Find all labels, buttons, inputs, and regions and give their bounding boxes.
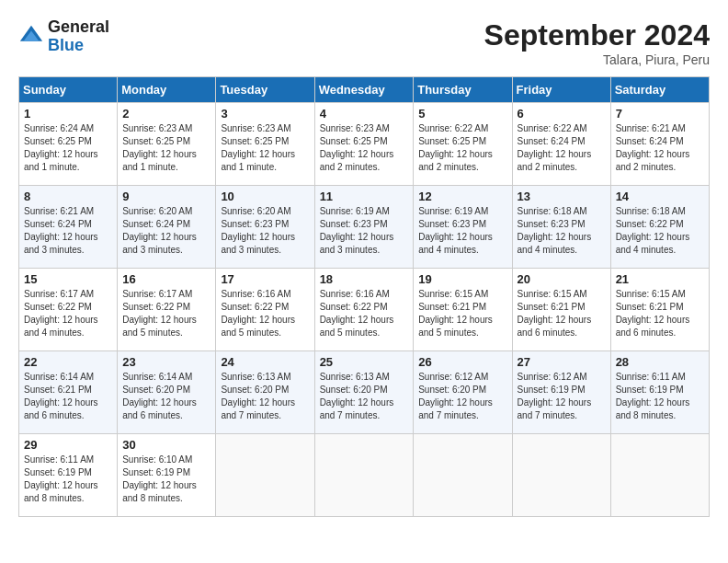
logo-text: General Blue — [48, 18, 109, 55]
day-number: 15 — [24, 272, 112, 286]
day-number: 9 — [122, 190, 210, 203]
day-number: 5 — [418, 107, 506, 121]
day-number: 22 — [24, 355, 112, 369]
day-info: Sunrise: 6:16 AMSunset: 6:22 PMDaylight:… — [320, 288, 409, 339]
title-block: September 2024 Talara, Piura, Peru — [484, 18, 710, 67]
day-info: Sunrise: 6:17 AMSunset: 6:22 PMDaylight:… — [24, 288, 112, 339]
day-number: 10 — [221, 190, 309, 203]
location-subtitle: Talara, Piura, Peru — [484, 52, 710, 67]
day-number: 20 — [518, 272, 606, 286]
calendar-cell: 4Sunrise: 6:23 AMSunset: 6:25 PMDaylight… — [314, 103, 414, 186]
calendar-week-row: 8Sunrise: 6:21 AMSunset: 6:24 PMDaylight… — [19, 186, 710, 269]
day-number: 14 — [616, 190, 704, 203]
day-info: Sunrise: 6:17 AMSunset: 6:22 PMDaylight:… — [122, 288, 210, 339]
day-info: Sunrise: 6:19 AMSunset: 6:23 PMDaylight:… — [418, 205, 506, 257]
day-number: 26 — [418, 355, 506, 369]
calendar-cell: 15Sunrise: 6:17 AMSunset: 6:22 PMDayligh… — [19, 269, 118, 351]
calendar-cell: 29Sunrise: 6:11 AMSunset: 6:19 PMDayligh… — [19, 434, 118, 517]
day-info: Sunrise: 6:11 AMSunset: 6:19 PMDaylight:… — [616, 371, 704, 422]
day-info: Sunrise: 6:13 AMSunset: 6:20 PMDaylight:… — [221, 371, 309, 422]
day-number: 3 — [221, 107, 309, 121]
calendar-cell: 3Sunrise: 6:23 AMSunset: 6:25 PMDaylight… — [216, 103, 314, 186]
calendar-cell: 27Sunrise: 6:12 AMSunset: 6:19 PMDayligh… — [512, 351, 610, 434]
day-info: Sunrise: 6:24 AMSunset: 6:25 PMDaylight:… — [24, 122, 112, 174]
day-number: 13 — [518, 190, 606, 203]
calendar-cell: 16Sunrise: 6:17 AMSunset: 6:22 PMDayligh… — [118, 269, 216, 351]
calendar-cell — [512, 434, 610, 517]
calendar-cell: 26Sunrise: 6:12 AMSunset: 6:20 PMDayligh… — [414, 351, 512, 434]
day-number: 21 — [616, 272, 704, 286]
calendar-cell: 18Sunrise: 6:16 AMSunset: 6:22 PMDayligh… — [314, 269, 414, 351]
calendar-week-row: 29Sunrise: 6:11 AMSunset: 6:19 PMDayligh… — [19, 434, 710, 517]
day-number: 25 — [320, 355, 409, 369]
day-info: Sunrise: 6:22 AMSunset: 6:25 PMDaylight:… — [418, 122, 506, 174]
calendar-cell: 8Sunrise: 6:21 AMSunset: 6:24 PMDaylight… — [19, 186, 118, 269]
day-number: 12 — [418, 190, 506, 203]
logo: General Blue — [18, 18, 109, 55]
day-info: Sunrise: 6:14 AMSunset: 6:20 PMDaylight:… — [122, 371, 210, 422]
logo-icon — [18, 24, 44, 50]
calendar-cell: 17Sunrise: 6:16 AMSunset: 6:22 PMDayligh… — [216, 269, 314, 351]
day-info: Sunrise: 6:15 AMSunset: 6:21 PMDaylight:… — [616, 288, 704, 339]
calendar-cell: 28Sunrise: 6:11 AMSunset: 6:19 PMDayligh… — [610, 351, 709, 434]
day-info: Sunrise: 6:15 AMSunset: 6:21 PMDaylight:… — [418, 288, 506, 339]
day-number: 23 — [122, 355, 210, 369]
day-info: Sunrise: 6:21 AMSunset: 6:24 PMDaylight:… — [24, 205, 112, 257]
header-monday: Monday — [118, 77, 216, 103]
day-info: Sunrise: 6:21 AMSunset: 6:24 PMDaylight:… — [616, 122, 704, 174]
day-info: Sunrise: 6:12 AMSunset: 6:20 PMDaylight:… — [418, 371, 506, 422]
day-number: 4 — [320, 107, 409, 121]
day-info: Sunrise: 6:13 AMSunset: 6:20 PMDaylight:… — [320, 371, 409, 422]
calendar-cell: 1Sunrise: 6:24 AMSunset: 6:25 PMDaylight… — [19, 103, 118, 186]
day-info: Sunrise: 6:10 AMSunset: 6:19 PMDaylight:… — [122, 454, 210, 505]
day-number: 24 — [221, 355, 309, 369]
day-info: Sunrise: 6:23 AMSunset: 6:25 PMDaylight:… — [122, 122, 210, 174]
calendar-cell: 6Sunrise: 6:22 AMSunset: 6:24 PMDaylight… — [512, 103, 610, 186]
header-saturday: Saturday — [610, 77, 709, 103]
header-sunday: Sunday — [19, 77, 118, 103]
calendar-week-row: 22Sunrise: 6:14 AMSunset: 6:21 PMDayligh… — [19, 351, 710, 434]
day-info: Sunrise: 6:20 AMSunset: 6:23 PMDaylight:… — [221, 205, 309, 257]
calendar-week-row: 15Sunrise: 6:17 AMSunset: 6:22 PMDayligh… — [19, 269, 710, 351]
day-number: 19 — [418, 272, 506, 286]
calendar-week-row: 1Sunrise: 6:24 AMSunset: 6:25 PMDaylight… — [19, 103, 710, 186]
day-number: 7 — [616, 107, 704, 121]
day-info: Sunrise: 6:20 AMSunset: 6:24 PMDaylight:… — [122, 205, 210, 257]
day-number: 6 — [518, 107, 606, 121]
calendar-cell: 11Sunrise: 6:19 AMSunset: 6:23 PMDayligh… — [314, 186, 414, 269]
calendar-cell: 20Sunrise: 6:15 AMSunset: 6:21 PMDayligh… — [512, 269, 610, 351]
calendar-cell: 12Sunrise: 6:19 AMSunset: 6:23 PMDayligh… — [414, 186, 512, 269]
day-number: 29 — [24, 438, 112, 452]
day-info: Sunrise: 6:15 AMSunset: 6:21 PMDaylight:… — [518, 288, 606, 339]
day-number: 11 — [320, 190, 409, 203]
header-thursday: Thursday — [414, 77, 512, 103]
calendar-cell: 10Sunrise: 6:20 AMSunset: 6:23 PMDayligh… — [216, 186, 314, 269]
day-number: 2 — [122, 107, 210, 121]
day-info: Sunrise: 6:23 AMSunset: 6:25 PMDaylight:… — [221, 122, 309, 174]
day-number: 18 — [320, 272, 409, 286]
day-info: Sunrise: 6:22 AMSunset: 6:24 PMDaylight:… — [518, 122, 606, 174]
calendar-cell — [314, 434, 414, 517]
day-info: Sunrise: 6:12 AMSunset: 6:19 PMDaylight:… — [518, 371, 606, 422]
calendar-cell: 23Sunrise: 6:14 AMSunset: 6:20 PMDayligh… — [118, 351, 216, 434]
calendar-cell: 9Sunrise: 6:20 AMSunset: 6:24 PMDaylight… — [118, 186, 216, 269]
header-friday: Friday — [512, 77, 610, 103]
calendar-cell: 7Sunrise: 6:21 AMSunset: 6:24 PMDaylight… — [610, 103, 709, 186]
calendar-cell: 14Sunrise: 6:18 AMSunset: 6:22 PMDayligh… — [610, 186, 709, 269]
calendar-cell: 21Sunrise: 6:15 AMSunset: 6:21 PMDayligh… — [610, 269, 709, 351]
header-tuesday: Tuesday — [216, 77, 314, 103]
day-number: 1 — [24, 107, 112, 121]
calendar-cell: 30Sunrise: 6:10 AMSunset: 6:19 PMDayligh… — [118, 434, 216, 517]
calendar-cell — [610, 434, 709, 517]
day-number: 27 — [518, 355, 606, 369]
calendar-cell: 25Sunrise: 6:13 AMSunset: 6:20 PMDayligh… — [314, 351, 414, 434]
calendar-cell: 19Sunrise: 6:15 AMSunset: 6:21 PMDayligh… — [414, 269, 512, 351]
header-wednesday: Wednesday — [314, 77, 414, 103]
day-number: 16 — [122, 272, 210, 286]
day-number: 17 — [221, 272, 309, 286]
calendar-cell: 22Sunrise: 6:14 AMSunset: 6:21 PMDayligh… — [19, 351, 118, 434]
calendar-cell: 5Sunrise: 6:22 AMSunset: 6:25 PMDaylight… — [414, 103, 512, 186]
calendar-cell — [414, 434, 512, 517]
day-info: Sunrise: 6:18 AMSunset: 6:22 PMDaylight:… — [616, 205, 704, 257]
day-info: Sunrise: 6:19 AMSunset: 6:23 PMDaylight:… — [320, 205, 409, 257]
